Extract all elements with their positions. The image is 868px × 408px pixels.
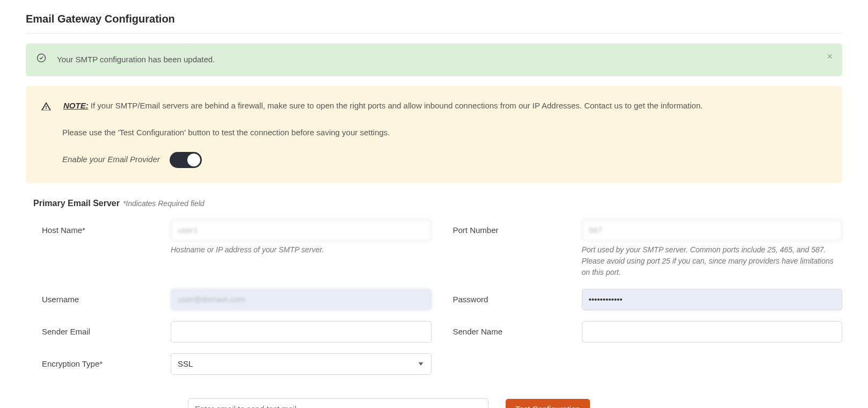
port-number-help: Port used by your SMTP server. Common po… <box>582 244 843 278</box>
note-label: NOTE: <box>63 101 89 110</box>
sender-name-label: Sender Name <box>453 321 582 338</box>
test-email-label: Email address: <box>42 400 171 408</box>
warning-triangle-icon <box>41 101 52 115</box>
password-input[interactable] <box>582 289 843 310</box>
alert-close-button[interactable]: × <box>827 51 833 62</box>
username-input[interactable] <box>171 289 432 310</box>
host-name-input[interactable] <box>171 220 432 241</box>
page-title: Email Gateway Configuration <box>26 11 842 27</box>
enable-provider-label: Enable your Email Provider <box>62 154 160 166</box>
enable-provider-toggle[interactable] <box>170 152 202 168</box>
sender-email-input[interactable] <box>171 321 432 343</box>
alert-success: Your SMTP configuration has been updated… <box>26 43 842 76</box>
sender-name-input[interactable] <box>582 321 843 343</box>
sender-email-label: Sender Email <box>42 321 171 338</box>
section-title: Primary Email Server <box>33 199 120 208</box>
password-label: Password <box>453 289 582 306</box>
check-circle-icon <box>37 53 46 67</box>
encryption-type-select[interactable]: SSL <box>171 353 432 375</box>
port-number-input[interactable] <box>582 220 843 241</box>
alert-warning: NOTE: If your SMTP/Email servers are beh… <box>26 86 842 183</box>
note-text: If your SMTP/Email servers are behind a … <box>89 101 703 110</box>
section-hint: *Indicates Required field <box>121 199 205 208</box>
encryption-type-label: Encryption Type* <box>42 353 171 370</box>
toggle-knob <box>187 154 200 166</box>
host-name-label: Host Name* <box>42 220 171 237</box>
primary-server-section-header: Primary Email Server *Indicates Required… <box>33 197 842 210</box>
title-divider <box>26 33 842 34</box>
host-name-help: Hostname or IP address of your SMTP serv… <box>171 244 432 256</box>
alert-success-text: Your SMTP configuration has been updated… <box>57 54 215 66</box>
test-configuration-button[interactable]: Test Configuration <box>506 399 590 408</box>
test-email-input[interactable] <box>188 398 488 409</box>
port-number-label: Port Number <box>453 220 582 237</box>
note-line2: Please use the 'Test Configuration' butt… <box>62 127 827 139</box>
username-label: Username <box>42 289 171 306</box>
